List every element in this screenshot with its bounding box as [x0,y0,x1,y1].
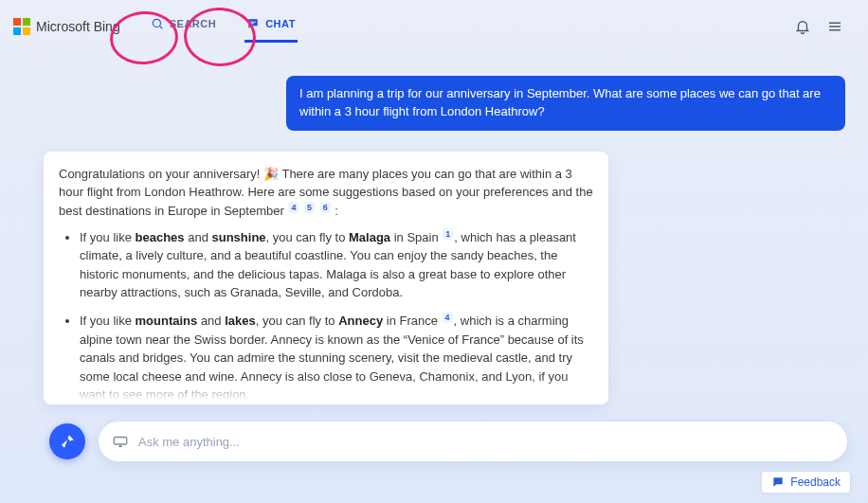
new-topic-button[interactable] [49,423,85,459]
assistant-intro: Congratulations on your anniversary! 🎉 T… [59,165,593,221]
user-message-bubble: I am planning a trip for our anniversary… [286,76,845,131]
menu-button[interactable] [819,10,851,43]
user-message-text: I am planning a trip for our anniversary… [299,86,821,118]
svg-rect-7 [114,438,127,445]
hamburger-icon [826,18,843,35]
keyboard-chat-icon [112,433,129,450]
citation[interactable]: 4 [443,312,453,323]
citation[interactable]: 6 [320,202,331,213]
svg-rect-2 [250,21,256,22]
tab-chat-label: CHAT [265,18,296,29]
broom-icon [59,433,76,450]
tab-search-label: SEARCH [170,18,216,29]
notifications-button[interactable] [787,10,819,43]
svg-point-0 [153,19,160,27]
brand-logo[interactable]: Microsoft Bing [13,18,120,35]
search-icon [151,17,164,30]
fade-overlay [44,378,608,404]
header: Microsoft Bing SEARCH CHAT [0,0,868,53]
speech-bubble-icon [771,476,785,489]
svg-rect-3 [250,23,254,24]
chat-icon [246,17,260,30]
citation[interactable]: 5 [304,202,315,213]
brand-name: Microsoft Bing [36,19,120,34]
mode-tabs: SEARCH CHAT [149,11,298,43]
conversation-area: I am planning a trip for our anniversary… [0,53,868,404]
citation[interactable]: 4 [288,202,298,213]
list-item: If you like beaches and sunshine, you ca… [80,228,593,302]
assistant-message-bubble: Congratulations on your anniversary! 🎉 T… [44,152,608,404]
composer[interactable] [99,422,847,461]
bell-icon [794,18,811,35]
feedback-button[interactable]: Feedback [761,471,851,494]
tab-chat[interactable]: CHAT [244,11,298,43]
composer-input[interactable] [138,422,834,461]
svg-line-1 [159,26,162,28]
tab-search[interactable]: SEARCH [149,11,218,43]
feedback-label: Feedback [790,476,841,489]
composer-row [49,422,847,461]
citation[interactable]: 1 [443,228,453,240]
microsoft-logo-icon [13,18,30,35]
party-popper-icon: 🎉 [263,167,279,181]
